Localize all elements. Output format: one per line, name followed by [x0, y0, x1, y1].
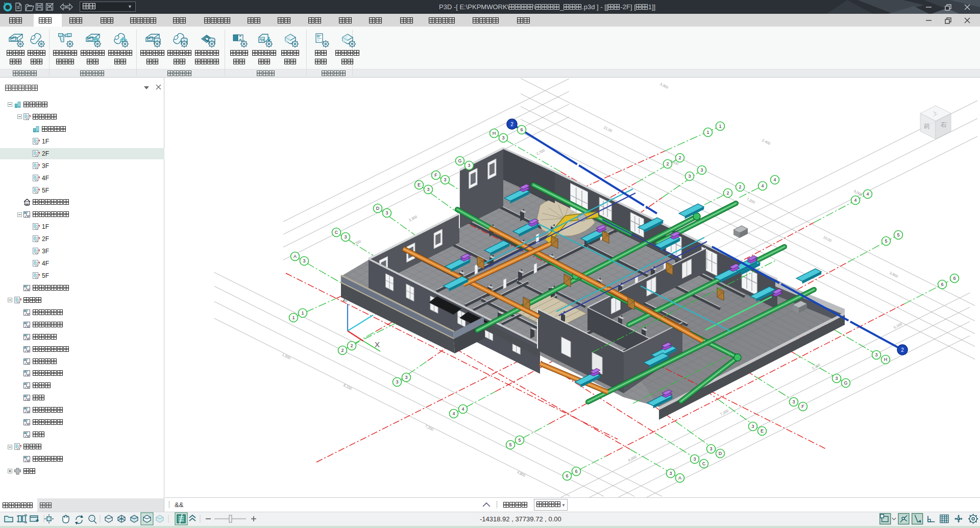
svg-text:C: C — [335, 230, 338, 235]
svg-text:3: 3 — [709, 446, 712, 451]
svg-text:2: 2 — [678, 155, 681, 160]
svg-text:5: 5 — [518, 438, 521, 443]
svg-text:F: F — [434, 173, 437, 178]
svg-text:6: 6 — [520, 127, 523, 132]
svg-text:3: 3 — [700, 167, 703, 173]
svg-text:2: 2 — [739, 184, 741, 189]
svg-text:3: 3 — [751, 424, 754, 429]
svg-text:H: H — [884, 357, 888, 362]
svg-text:6: 6 — [941, 282, 943, 287]
svg-text:4: 4 — [866, 191, 869, 197]
svg-text:右: 右 — [940, 121, 947, 128]
svg-text:2: 2 — [726, 190, 729, 196]
svg-text:X: X — [375, 340, 380, 349]
svg-text:3: 3 — [468, 163, 470, 168]
svg-text:3: 3 — [444, 177, 446, 182]
svg-text:3: 3 — [303, 258, 305, 263]
svg-text:3: 3 — [792, 399, 795, 404]
svg-text:3: 3 — [427, 187, 429, 192]
svg-text:6: 6 — [953, 276, 955, 281]
svg-text:1: 1 — [719, 124, 721, 129]
svg-text:1: 1 — [706, 130, 709, 135]
svg-text:2: 2 — [666, 161, 669, 166]
svg-text:A: A — [678, 475, 681, 481]
svg-text:G: G — [844, 380, 847, 386]
svg-text:3: 3 — [693, 457, 696, 462]
svg-text:3: 3 — [875, 352, 877, 357]
svg-text:Y: Y — [373, 307, 378, 316]
svg-text:4: 4 — [773, 177, 776, 182]
svg-text:G: G — [458, 158, 461, 163]
svg-text:D: D — [719, 451, 722, 456]
svg-text:1: 1 — [301, 310, 304, 316]
svg-text:3: 3 — [669, 471, 672, 476]
svg-text:3: 3 — [385, 210, 388, 215]
svg-text:4: 4 — [452, 411, 455, 416]
svg-text:4: 4 — [461, 406, 464, 412]
svg-text:6: 6 — [566, 473, 568, 478]
svg-text:F: F — [801, 404, 804, 409]
svg-text:Z: Z — [342, 294, 347, 303]
svg-text:3: 3 — [405, 375, 407, 380]
svg-text:C: C — [702, 461, 706, 466]
svg-text:4: 4 — [761, 183, 764, 188]
svg-text:D: D — [376, 206, 380, 211]
svg-text:5: 5 — [897, 232, 899, 237]
svg-text:E: E — [418, 182, 421, 187]
svg-text:4: 4 — [854, 198, 856, 203]
svg-text:3: 3 — [835, 376, 838, 381]
svg-text:3: 3 — [688, 174, 691, 179]
svg-text:3: 3 — [502, 135, 504, 140]
svg-text:H: H — [493, 131, 496, 136]
svg-text:3: 3 — [344, 234, 347, 239]
svg-text:5: 5 — [885, 238, 887, 244]
svg-text:2: 2 — [350, 343, 353, 348]
svg-text:6: 6 — [575, 469, 577, 474]
svg-text:2: 2 — [341, 348, 344, 353]
svg-text:2: 2 — [901, 347, 904, 353]
svg-text:前: 前 — [924, 123, 930, 130]
svg-text:5: 5 — [509, 442, 511, 447]
svg-text:1: 1 — [292, 315, 295, 320]
svg-text:2: 2 — [510, 122, 513, 127]
svg-text:3: 3 — [396, 379, 398, 385]
svg-text:E: E — [761, 428, 764, 434]
svg-text:A: A — [293, 254, 297, 259]
